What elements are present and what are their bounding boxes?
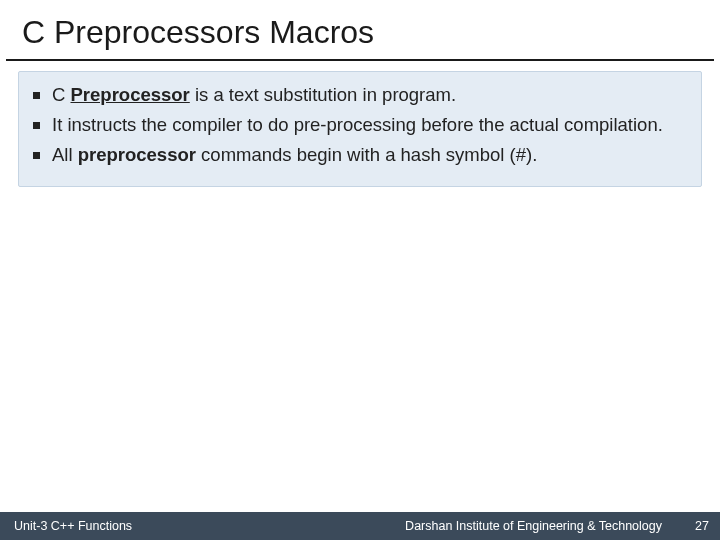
text-suffix: commands begin with a hash symbol (#).: [196, 144, 537, 165]
list-item: C Preprocessor is a text substitution in…: [33, 82, 687, 108]
footer-center: Darshan Institute of Engineering & Techn…: [132, 519, 684, 533]
text-prefix: All: [52, 144, 78, 165]
bullet-text: All preprocessor commands begin with a h…: [52, 142, 687, 168]
text-suffix: is a text substitution in program.: [190, 84, 456, 105]
list-item: It instructs the compiler to do pre-proc…: [33, 112, 687, 138]
text-emphasis: preprocessor: [78, 144, 196, 165]
square-bullet-icon: [33, 122, 40, 129]
page-number: 27: [684, 519, 720, 533]
bullet-list: C Preprocessor is a text substitution in…: [33, 82, 687, 168]
square-bullet-icon: [33, 92, 40, 99]
content-panel: C Preprocessor is a text substitution in…: [18, 71, 702, 187]
text-prefix: It instructs the compiler to do pre-proc…: [52, 114, 663, 135]
bullet-text: It instructs the compiler to do pre-proc…: [52, 112, 687, 138]
list-item: All preprocessor commands begin with a h…: [33, 142, 687, 168]
slide-title: C Preprocessors Macros: [22, 14, 698, 51]
bullet-text: C Preprocessor is a text substitution in…: [52, 82, 687, 108]
square-bullet-icon: [33, 152, 40, 159]
title-underline: [6, 59, 714, 61]
footer-left: Unit-3 C++ Functions: [0, 519, 132, 533]
footer-bar: Unit-3 C++ Functions Darshan Institute o…: [0, 512, 720, 540]
text-prefix: C: [52, 84, 71, 105]
text-emphasis: Preprocessor: [71, 84, 190, 105]
